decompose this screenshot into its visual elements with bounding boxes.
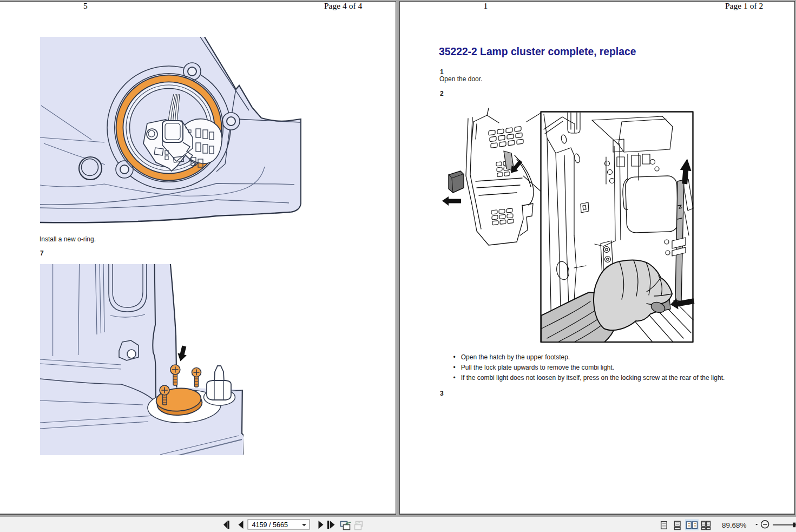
svg-text:89.68%: 89.68% [722, 521, 747, 529]
svg-text:4159 / 5665: 4159 / 5665 [252, 521, 288, 529]
